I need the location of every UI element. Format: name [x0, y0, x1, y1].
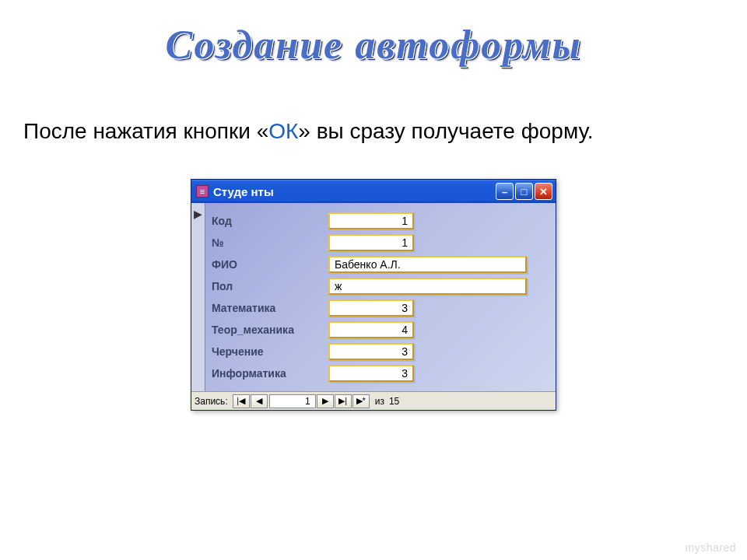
field-input-pol[interactable]: ж	[328, 278, 527, 295]
nav-first-button[interactable]: |◀	[233, 394, 250, 408]
field-input-fio[interactable]: Бабенко А.Л.	[328, 256, 527, 273]
close-button[interactable]: ✕	[535, 183, 552, 200]
record-nav-bar: Запись: |◀ ◀ 1 ▶ ▶| ▶* из 15	[191, 391, 556, 410]
field-row: ФИО Бабенко А.Л.	[212, 256, 546, 273]
ok-highlight: ОК	[268, 119, 298, 143]
field-label-mech: Теор_механика	[212, 324, 328, 336]
nav-next-button[interactable]: ▶	[317, 394, 334, 408]
body-text: После нажатия кнопки «ОК» вы сразу получ…	[23, 114, 724, 148]
field-label-pol: Пол	[212, 280, 328, 292]
minimize-button[interactable]: –	[496, 183, 514, 200]
form-icon: ≡	[196, 185, 209, 198]
field-input-no[interactable]: 1	[328, 234, 414, 251]
field-input-math[interactable]: 3	[328, 299, 414, 317]
field-row: Черчение 3	[212, 343, 546, 360]
access-form-window: ≡ Студе нты – □ ✕ ▶ Код 1 № 1 ФИО Бабенк…	[191, 179, 556, 411]
field-input-kod[interactable]: 1	[328, 212, 414, 229]
watermark: myshared	[686, 541, 736, 554]
titlebar[interactable]: ≡ Студе нты – □ ✕	[191, 180, 556, 203]
nav-of-label: из	[375, 396, 384, 407]
nav-current-record[interactable]: 1	[269, 394, 316, 408]
field-label-kod: Код	[212, 215, 328, 227]
nav-prev-button[interactable]: ◀	[251, 394, 268, 408]
field-row: Математика 3	[212, 299, 546, 317]
field-label-inf: Информатика	[212, 367, 328, 380]
nav-label: Запись:	[195, 396, 228, 407]
field-row: Код 1	[212, 212, 546, 229]
field-row: № 1	[212, 234, 546, 251]
field-row: Информатика 3	[212, 365, 546, 382]
maximize-button[interactable]: □	[515, 183, 533, 200]
field-label-fio: ФИО	[212, 258, 328, 271]
nav-last-button[interactable]: ▶|	[335, 394, 352, 408]
field-input-inf[interactable]: 3	[328, 365, 414, 382]
field-input-draw[interactable]: 3	[328, 343, 414, 360]
field-label-math: Математика	[212, 302, 328, 314]
field-input-mech[interactable]: 4	[328, 321, 414, 338]
slide-title: Создание автоформы	[0, 22, 747, 68]
record-selector[interactable]: ▶	[191, 203, 205, 391]
nav-new-button[interactable]: ▶*	[352, 394, 370, 408]
form-body: ▶ Код 1 № 1 ФИО Бабенко А.Л. Пол ж Матем…	[191, 203, 556, 391]
field-label-draw: Черчение	[212, 345, 328, 358]
field-row: Теор_механика 4	[212, 321, 546, 338]
fields-area: Код 1 № 1 ФИО Бабенко А.Л. Пол ж Математ…	[205, 203, 556, 391]
body-after: » вы сразу получаете форму.	[298, 119, 593, 143]
field-row: Пол ж	[212, 278, 546, 295]
window-title: Студе нты	[213, 185, 496, 198]
nav-total-records: 15	[389, 396, 399, 407]
body-before: После нажатия кнопки «	[23, 119, 268, 143]
field-label-no: №	[212, 236, 328, 249]
